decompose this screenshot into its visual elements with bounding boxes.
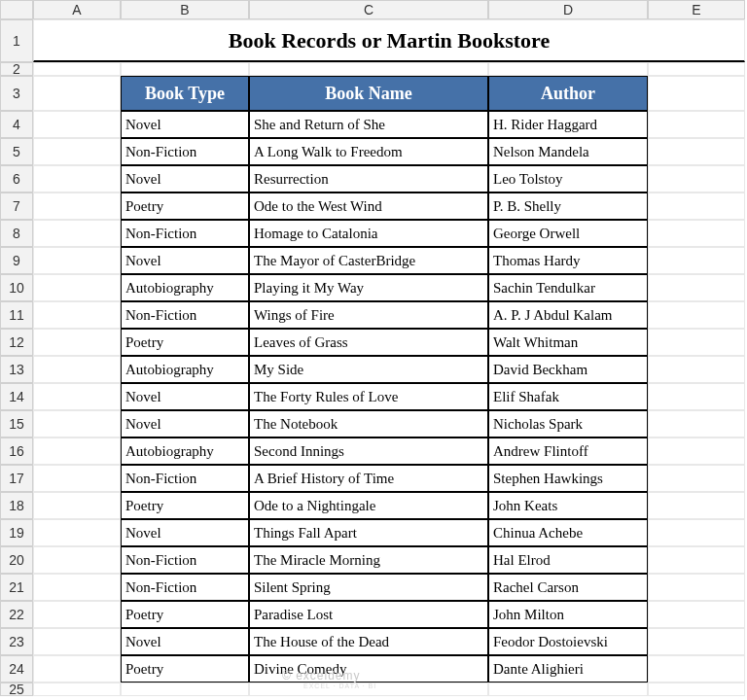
- empty-cell[interactable]: [33, 410, 121, 438]
- row-header-19[interactable]: 19: [0, 519, 33, 546]
- cell-book-type[interactable]: Non-Fiction: [121, 301, 249, 329]
- cell-author[interactable]: Rachel Carson: [488, 574, 648, 601]
- empty-cell[interactable]: [121, 62, 249, 76]
- empty-cell[interactable]: [33, 111, 121, 138]
- row-header-4[interactable]: 4: [0, 111, 33, 138]
- row-header-11[interactable]: 11: [0, 301, 33, 329]
- cell-book-type[interactable]: Non-Fiction: [121, 574, 249, 601]
- cell-author[interactable]: John Keats: [488, 492, 648, 519]
- cell-book-type[interactable]: Novel: [121, 383, 249, 410]
- cell-author[interactable]: Nicholas Spark: [488, 410, 648, 438]
- cell-author[interactable]: Dante Alighieri: [488, 655, 648, 682]
- empty-cell[interactable]: [648, 138, 745, 165]
- empty-cell[interactable]: [648, 76, 745, 111]
- cell-author[interactable]: Feodor Dostoievski: [488, 628, 648, 655]
- cell-book-name[interactable]: Second Innings: [249, 438, 488, 465]
- cell-book-name[interactable]: Wings of Fire: [249, 301, 488, 329]
- cell-book-name[interactable]: Divine Comedy: [249, 655, 488, 682]
- cell-author[interactable]: Chinua Achebe: [488, 519, 648, 546]
- row-header-24[interactable]: 24: [0, 655, 33, 682]
- empty-cell[interactable]: [33, 165, 121, 192]
- empty-cell[interactable]: [648, 111, 745, 138]
- cell-book-type[interactable]: Poetry: [121, 601, 249, 628]
- empty-cell[interactable]: [648, 601, 745, 628]
- empty-cell[interactable]: [648, 410, 745, 438]
- empty-cell[interactable]: [648, 165, 745, 192]
- empty-cell[interactable]: [488, 682, 648, 696]
- cell-book-type[interactable]: Novel: [121, 247, 249, 274]
- cell-author[interactable]: John Milton: [488, 601, 648, 628]
- cell-author[interactable]: Stephen Hawkings: [488, 465, 648, 492]
- cell-book-name[interactable]: Playing it My Way: [249, 274, 488, 301]
- cell-book-name[interactable]: Things Fall Apart: [249, 519, 488, 546]
- cell-book-name[interactable]: The House of the Dead: [249, 628, 488, 655]
- row-header-16[interactable]: 16: [0, 438, 33, 465]
- cell-author[interactable]: Nelson Mandela: [488, 138, 648, 165]
- empty-cell[interactable]: [648, 192, 745, 220]
- row-header-9[interactable]: 9: [0, 247, 33, 274]
- empty-cell[interactable]: [648, 247, 745, 274]
- empty-cell[interactable]: [648, 492, 745, 519]
- row-header-25[interactable]: 25: [0, 682, 33, 696]
- empty-cell[interactable]: [648, 519, 745, 546]
- cell-book-name[interactable]: Ode to a Nightingale: [249, 492, 488, 519]
- empty-cell[interactable]: [648, 301, 745, 329]
- cell-author[interactable]: David Beckham: [488, 356, 648, 383]
- empty-cell[interactable]: [648, 438, 745, 465]
- cell-book-type[interactable]: Non-Fiction: [121, 220, 249, 247]
- empty-cell[interactable]: [33, 247, 121, 274]
- cell-book-type[interactable]: Non-Fiction: [121, 138, 249, 165]
- empty-cell[interactable]: [648, 274, 745, 301]
- empty-cell[interactable]: [33, 519, 121, 546]
- empty-cell[interactable]: [648, 356, 745, 383]
- empty-cell[interactable]: [33, 383, 121, 410]
- empty-cell[interactable]: [33, 62, 121, 76]
- cell-author[interactable]: A. P. J Abdul Kalam: [488, 301, 648, 329]
- empty-cell[interactable]: [33, 274, 121, 301]
- cell-book-name[interactable]: A Long Walk to Freedom: [249, 138, 488, 165]
- empty-cell[interactable]: [648, 383, 745, 410]
- cell-book-name[interactable]: She and Return of She: [249, 111, 488, 138]
- empty-cell[interactable]: [249, 62, 488, 76]
- cell-author[interactable]: Andrew Flintoff: [488, 438, 648, 465]
- cell-book-type[interactable]: Poetry: [121, 655, 249, 682]
- empty-cell[interactable]: [648, 220, 745, 247]
- col-header-e[interactable]: E: [648, 0, 745, 19]
- empty-cell[interactable]: [33, 76, 121, 111]
- empty-cell[interactable]: [33, 192, 121, 220]
- empty-cell[interactable]: [33, 574, 121, 601]
- row-header-5[interactable]: 5: [0, 138, 33, 165]
- empty-cell[interactable]: [33, 546, 121, 574]
- empty-cell[interactable]: [648, 465, 745, 492]
- empty-cell[interactable]: [33, 438, 121, 465]
- cell-book-type[interactable]: Autobiography: [121, 438, 249, 465]
- cell-book-name[interactable]: The Forty Rules of Love: [249, 383, 488, 410]
- cell-author[interactable]: Leo Tolstoy: [488, 165, 648, 192]
- row-header-14[interactable]: 14: [0, 383, 33, 410]
- empty-cell[interactable]: [33, 655, 121, 682]
- row-header-10[interactable]: 10: [0, 274, 33, 301]
- empty-cell[interactable]: [121, 682, 249, 696]
- cell-book-type[interactable]: Novel: [121, 111, 249, 138]
- cell-author[interactable]: Hal Elrod: [488, 546, 648, 574]
- cell-book-type[interactable]: Poetry: [121, 192, 249, 220]
- row-header-18[interactable]: 18: [0, 492, 33, 519]
- empty-cell[interactable]: [33, 301, 121, 329]
- cell-book-name[interactable]: The Miracle Morning: [249, 546, 488, 574]
- col-header-a[interactable]: A: [33, 0, 121, 19]
- empty-cell[interactable]: [648, 628, 745, 655]
- empty-cell[interactable]: [33, 356, 121, 383]
- cell-book-type[interactable]: Novel: [121, 410, 249, 438]
- row-header-12[interactable]: 12: [0, 329, 33, 356]
- cell-book-type[interactable]: Autobiography: [121, 356, 249, 383]
- row-header-6[interactable]: 6: [0, 165, 33, 192]
- row-header-21[interactable]: 21: [0, 574, 33, 601]
- cell-book-name[interactable]: Ode to the West Wind: [249, 192, 488, 220]
- cell-book-type[interactable]: Non-Fiction: [121, 546, 249, 574]
- row-header-1[interactable]: 1: [0, 19, 33, 62]
- col-header-b[interactable]: B: [121, 0, 249, 19]
- empty-cell[interactable]: [33, 682, 121, 696]
- row-header-23[interactable]: 23: [0, 628, 33, 655]
- empty-cell[interactable]: [648, 546, 745, 574]
- row-header-17[interactable]: 17: [0, 465, 33, 492]
